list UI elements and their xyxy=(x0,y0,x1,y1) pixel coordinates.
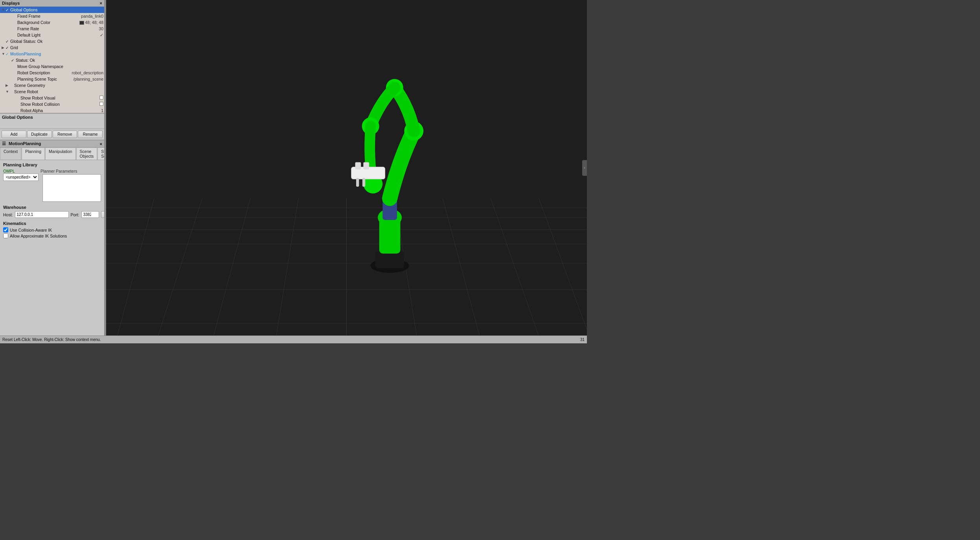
tree-row-scene-robot[interactable]: ▼ Scene Robot xyxy=(0,88,104,95)
color-swatch-bg[interactable] xyxy=(79,21,84,25)
planning-right: Planner Parameters xyxy=(40,169,101,202)
tree-label-default-light: Default Light xyxy=(17,33,98,37)
tree-value-planning-scene-topic: /planning_scene xyxy=(74,77,103,81)
tree-row-scene-geometry[interactable]: ▶ Scene Geometry xyxy=(0,82,104,88)
tree-value-robot-alpha: 1 xyxy=(101,108,103,113)
tree-value-default-light: ✓ xyxy=(100,33,103,37)
tree-row-bg-color[interactable]: Background Color 48; 48; 48 xyxy=(0,19,104,26)
panel-collapse-handle[interactable]: › xyxy=(582,160,587,176)
tab-context[interactable]: Context xyxy=(0,147,21,160)
planning-library-title: Planning Library xyxy=(3,162,101,167)
tab-scene-objects[interactable]: Scene Objects xyxy=(76,147,97,160)
checkbox-show-robot-collision[interactable] xyxy=(99,102,103,106)
tree-value-bg-color: 48; 48; 48 xyxy=(79,20,103,25)
status-text: Reset Left-Click: Move. Right-Click: Sho… xyxy=(2,337,101,342)
checkbox-show-robot-visual[interactable] xyxy=(99,96,103,100)
tree-row-grid[interactable]: ▶ ✓ Grid xyxy=(0,44,104,51)
tree-label-frame-rate: Frame Rate xyxy=(17,26,97,31)
tree-row-planning-scene-topic[interactable]: Planning Scene Topic /planning_scene xyxy=(0,76,104,82)
robot-finger-right xyxy=(362,178,365,187)
ompl-label: OMPL xyxy=(3,169,39,173)
host-label: Host: xyxy=(3,212,13,217)
tree-label-fixed-frame: Fixed Frame xyxy=(17,14,79,18)
planner-select[interactable]: <unspecified> xyxy=(3,173,39,181)
expand-mp-icon[interactable]: ▼ xyxy=(2,52,6,56)
checkbox-row-allow-approx-ik: Allow Approximate IK Solutions xyxy=(3,233,101,238)
expand-icon[interactable]: ▼ xyxy=(2,8,6,12)
connect-button[interactable]: Connect xyxy=(101,211,104,218)
tree-label-scene-geometry: Scene Geometry xyxy=(14,83,103,88)
tree-value-frame-rate: 30 xyxy=(99,26,103,31)
planner-params-label: Planner Parameters xyxy=(40,169,101,173)
kinematics-title: Kinematics xyxy=(3,221,101,226)
tree-label-scene-robot: Scene Robot xyxy=(14,89,103,94)
displays-close-icon[interactable]: × xyxy=(100,1,102,6)
displays-title: Displays xyxy=(2,1,20,6)
checkbox-row-use-collision-ik: Use Collision-Aware IK xyxy=(3,227,101,232)
buttons-row: Add Duplicate Remove Rename xyxy=(0,129,104,140)
robot-base xyxy=(375,251,404,268)
planning-left: OMPL <unspecified> xyxy=(3,169,39,202)
status-bar: Reset Left-Click: Move. Right-Click: Sho… xyxy=(0,335,587,343)
tab-content-context: Planning Library OMPL <unspecified> Plan… xyxy=(0,160,104,335)
tree-label-robot-alpha: Robot Alpha xyxy=(20,108,99,113)
use-collision-ik-checkbox[interactable] xyxy=(3,227,8,232)
tree-label-show-robot-visual: Show Robot Visual xyxy=(20,96,98,100)
tree-value-robot-desc: robot_description xyxy=(72,70,103,75)
mp-expand-icon[interactable]: ☰ xyxy=(2,141,6,146)
displays-header: Displays × xyxy=(0,0,104,7)
mp-close-icon[interactable]: × xyxy=(100,142,102,146)
planning-library-row: OMPL <unspecified> Planner Parameters xyxy=(3,169,101,202)
kinematics-section: Kinematics Use Collision-Aware IK Allow … xyxy=(3,221,101,238)
collapse-icon: › xyxy=(584,166,585,170)
tree-row-motion-planning[interactable]: ▼ ✓ MotionPlanning xyxy=(0,51,104,57)
host-input[interactable] xyxy=(15,211,69,218)
tree-label-bg-color: Background Color xyxy=(17,20,78,25)
tree-row-fixed-frame[interactable]: Fixed Frame panda_link0 xyxy=(0,13,104,19)
allow-approx-ik-checkbox[interactable] xyxy=(3,233,8,238)
allow-approx-ik-label: Allow Approximate IK Solutions xyxy=(10,234,67,238)
check-icon: ✓ xyxy=(6,8,10,12)
viewport[interactable]: › xyxy=(106,0,587,335)
expand-grid-icon[interactable]: ▶ xyxy=(2,46,6,50)
robot-gripper-left xyxy=(355,162,361,169)
tab-manipulation[interactable]: Manipulation xyxy=(45,147,76,160)
remove-button[interactable]: Remove xyxy=(53,131,77,138)
expand-scene-robot-icon[interactable]: ▼ xyxy=(6,90,9,94)
tree-row-move-group-ns[interactable]: Move Group Namespace xyxy=(0,63,104,70)
motion-planning-section: ☰ MotionPlanning × Context Planning Mani… xyxy=(0,140,104,335)
tree-row-status-ok[interactable]: ✓ Status: Ok xyxy=(0,57,104,63)
tree-row-global-status[interactable]: ✓ Global Status: Ok xyxy=(0,38,104,44)
tabs-container: Context Planning Manipulation Scene Obje… xyxy=(0,147,104,160)
left-panel: Displays × ▼ ✓ Global Options Fixed Fram… xyxy=(0,0,104,335)
expand-scene-geom-icon[interactable]: ▶ xyxy=(6,83,9,87)
fps-counter: 31 xyxy=(580,337,585,342)
add-button[interactable]: Add xyxy=(2,131,26,138)
tree-label-motion-planning: MotionPlanning xyxy=(10,52,102,56)
tree-label: Global Options xyxy=(10,7,103,12)
warehouse-title: Warehouse xyxy=(3,205,101,210)
tree-label-status-ok: Status: Ok xyxy=(16,58,103,63)
tree-row-robot-alpha[interactable]: Robot Alpha 1 xyxy=(0,107,104,113)
tree-row-global-options[interactable]: ▼ ✓ Global Options xyxy=(0,7,104,13)
duplicate-button[interactable]: Duplicate xyxy=(27,131,52,138)
warehouse-row: Host: Port: Connect xyxy=(3,211,101,218)
tab-planning[interactable]: Planning xyxy=(22,147,45,160)
tree-label-planning-scene-topic: Planning Scene Topic xyxy=(17,77,72,81)
tree-row-robot-desc[interactable]: Robot Description robot_description xyxy=(0,70,104,76)
tree-label-show-robot-collision: Show Robot Collision xyxy=(20,102,98,107)
warehouse-section: Warehouse Host: Port: Connect xyxy=(3,205,101,218)
tree-row-default-light[interactable]: Default Light ✓ xyxy=(0,32,104,38)
tree-label-global-status: Global Status: Ok xyxy=(10,39,103,44)
tree-row-show-robot-visual[interactable]: Show Robot Visual xyxy=(0,95,104,101)
global-options-section: Global Options xyxy=(0,113,104,129)
displays-tree: ▼ ✓ Global Options Fixed Frame panda_lin… xyxy=(0,7,104,113)
tree-label-robot-desc: Robot Description xyxy=(17,70,70,75)
tree-row-frame-rate[interactable]: Frame Rate 30 xyxy=(0,26,104,32)
tree-row-show-robot-collision[interactable]: Show Robot Collision xyxy=(0,101,104,107)
tab-stored-scenes[interactable]: Stored Scenes xyxy=(97,147,104,160)
port-input[interactable] xyxy=(81,211,99,218)
rename-button[interactable]: Rename xyxy=(78,131,103,138)
tree-label-move-group-ns: Move Group Namespace xyxy=(17,64,103,69)
planner-params-box xyxy=(42,174,101,202)
